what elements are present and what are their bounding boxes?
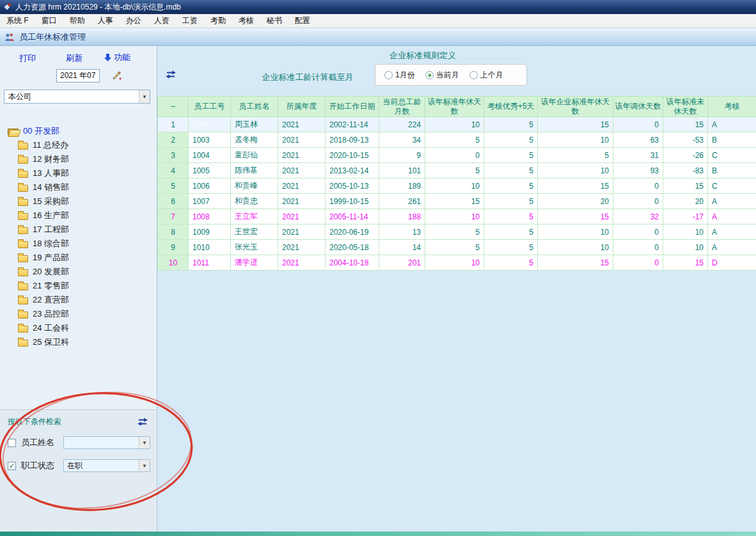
- tree-item[interactable]: 11 总经办: [0, 138, 156, 152]
- cell-enterprise[interactable]: 5: [538, 148, 613, 163]
- menu-item[interactable]: 工资: [176, 14, 204, 28]
- cell-num[interactable]: 8: [158, 225, 189, 240]
- cell-bonus[interactable]: 5: [484, 117, 538, 132]
- cell-name[interactable]: 张光玉: [231, 240, 278, 255]
- cell-name[interactable]: 陈伟基: [231, 163, 278, 178]
- cell-year[interactable]: 2021: [278, 225, 326, 240]
- tree-item[interactable]: 12 财务部: [0, 152, 156, 166]
- cell-unused[interactable]: 15: [663, 178, 708, 194]
- cell-year[interactable]: 2021: [278, 255, 326, 271]
- cell-grade[interactable]: A: [708, 240, 756, 255]
- cell-adjust[interactable]: 0: [613, 255, 663, 271]
- cell-adjust[interactable]: 63: [613, 132, 663, 148]
- cell-grade[interactable]: C: [708, 148, 756, 163]
- cell-enterprise[interactable]: 15: [538, 117, 613, 132]
- cell-start[interactable]: 2013-02-14: [326, 163, 379, 178]
- filter-combo[interactable]: 在职▼: [63, 459, 150, 472]
- table-row[interactable]: 21003孟冬梅20212018-09-1334551063-53B: [158, 132, 756, 148]
- cell-unused[interactable]: -17: [663, 209, 708, 225]
- cell-id[interactable]: 1010: [189, 240, 231, 255]
- swap-icon[interactable]: [165, 70, 177, 79]
- column-header[interactable]: 考核优秀+5天: [484, 97, 538, 117]
- table-row[interactable]: 71008王立军20212005-11-141881051532-17A: [158, 209, 756, 225]
- cell-grade[interactable]: B: [708, 132, 756, 148]
- cell-id[interactable]: 1007: [189, 194, 231, 209]
- cell-adjust[interactable]: 0: [613, 240, 663, 255]
- column-header[interactable]: 该年企业标准年休天数: [538, 97, 613, 117]
- filter-combo[interactable]: ▼: [63, 436, 150, 449]
- cell-enterprise[interactable]: 10: [538, 132, 613, 148]
- cell-bonus[interactable]: 5: [484, 178, 538, 194]
- column-header[interactable]: –: [158, 97, 189, 117]
- cell-num[interactable]: 2: [158, 132, 189, 148]
- radio-option[interactable]: 上个月: [469, 70, 503, 81]
- cell-year[interactable]: 2021: [278, 117, 326, 132]
- tree-item[interactable]: 16 生产部: [0, 209, 156, 223]
- cell-adjust[interactable]: 93: [613, 163, 663, 178]
- cell-months[interactable]: 14: [379, 240, 425, 255]
- cell-std[interactable]: 5: [425, 132, 484, 148]
- menu-item[interactable]: 考核: [232, 14, 260, 28]
- cell-id[interactable]: 1008: [189, 209, 231, 225]
- cell-months[interactable]: 188: [379, 209, 425, 225]
- cell-unused[interactable]: -83: [663, 163, 708, 178]
- table-row[interactable]: 61007和贵忠20211999-10-1526115520020A: [158, 194, 756, 209]
- cell-id[interactable]: 1009: [189, 225, 231, 240]
- column-header[interactable]: 该年调休天数: [613, 97, 663, 117]
- edit-pencil-icon[interactable]: [110, 69, 123, 82]
- cell-year[interactable]: 2021: [278, 194, 326, 209]
- cell-year[interactable]: 2021: [278, 209, 326, 225]
- radio-option[interactable]: 1月份: [384, 70, 415, 81]
- table-row[interactable]: 101011潘学进20212004-10-1820110515015D: [158, 255, 756, 271]
- cell-unused[interactable]: -26: [663, 148, 708, 163]
- tree-item[interactable]: 25 保卫科: [0, 335, 156, 349]
- tree-item[interactable]: 23 品控部: [0, 307, 156, 321]
- cell-bonus[interactable]: 5: [484, 209, 538, 225]
- cell-name[interactable]: 和贵峰: [231, 178, 278, 194]
- cell-std[interactable]: 5: [425, 163, 484, 178]
- cell-num[interactable]: 7: [158, 209, 189, 225]
- radio-option[interactable]: 当前月: [425, 70, 459, 81]
- cell-start[interactable]: 2020-05-18: [326, 240, 379, 255]
- cell-grade[interactable]: D: [708, 255, 756, 271]
- column-header[interactable]: 开始工作日期: [326, 97, 379, 117]
- cell-std[interactable]: 5: [425, 225, 484, 240]
- cell-months[interactable]: 189: [379, 178, 425, 194]
- cell-id[interactable]: 1003: [189, 132, 231, 148]
- cell-unused[interactable]: 10: [663, 240, 708, 255]
- cell-unused[interactable]: -53: [663, 132, 708, 148]
- cell-unused[interactable]: 10: [663, 225, 708, 240]
- column-header[interactable]: 所属年度: [278, 97, 326, 117]
- cell-num[interactable]: 6: [158, 194, 189, 209]
- cell-bonus[interactable]: 5: [484, 255, 538, 271]
- cell-id[interactable]: 1006: [189, 178, 231, 194]
- cell-grade[interactable]: A: [708, 194, 756, 209]
- cell-num[interactable]: 3: [158, 148, 189, 163]
- cell-name[interactable]: 周玉林: [231, 117, 278, 132]
- column-header[interactable]: 考核: [708, 97, 756, 117]
- menu-item[interactable]: 办公: [120, 14, 148, 28]
- menu-item[interactable]: 人事: [91, 14, 120, 28]
- cell-num[interactable]: 10: [158, 255, 189, 271]
- cell-bonus[interactable]: 5: [484, 163, 538, 178]
- cell-enterprise[interactable]: 20: [538, 194, 613, 209]
- menu-item[interactable]: 帮助: [63, 14, 91, 28]
- tree-item[interactable]: 13 人事部: [0, 166, 156, 180]
- cell-start[interactable]: 2005-10-13: [326, 178, 379, 194]
- table-row[interactable]: 81009王世宏20212020-06-19135510010A: [158, 225, 756, 240]
- radio-icon[interactable]: [425, 71, 434, 79]
- cell-start[interactable]: 2020-06-19: [326, 225, 379, 240]
- cell-enterprise[interactable]: 15: [538, 255, 613, 271]
- cell-id[interactable]: 1005: [189, 163, 231, 178]
- cell-adjust[interactable]: 31: [613, 148, 663, 163]
- cell-unused[interactable]: 15: [663, 117, 708, 132]
- cell-start[interactable]: 2004-10-18: [326, 255, 379, 271]
- cell-grade[interactable]: A: [708, 225, 756, 240]
- cell-year[interactable]: 2021: [278, 240, 326, 255]
- column-header[interactable]: 当前总工龄月数: [379, 97, 425, 117]
- cell-start[interactable]: 1999-10-15: [326, 194, 379, 209]
- company-combo[interactable]: 本公司 ▼: [4, 90, 150, 104]
- cell-grade[interactable]: B: [708, 163, 756, 178]
- cell-std[interactable]: 0: [425, 148, 484, 163]
- cell-months[interactable]: 13: [379, 225, 425, 240]
